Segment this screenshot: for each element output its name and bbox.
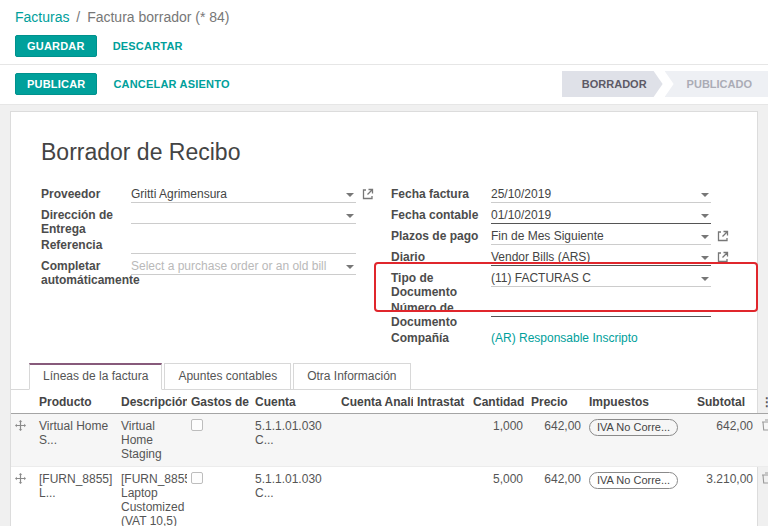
field-completar-automaticamente: Completar automáticamente Select a purch… [41, 257, 356, 287]
cell-description[interactable]: Virtual Home Staging [117, 414, 187, 467]
cell-taxes[interactable]: IVA No Corre... [585, 467, 693, 526]
chevron-down-icon[interactable] [701, 277, 709, 281]
compania-input[interactable]: (AR) Responsable Inscripto [491, 329, 711, 347]
field-direccion-entrega: Dirección de Entrega [41, 206, 356, 236]
numero-de-documento-label: Número de Documento [391, 299, 491, 329]
field-tipo-de-documento: Tipo de Documento (11) FACTURAS C [391, 269, 711, 299]
chevron-down-icon[interactable] [346, 193, 354, 197]
col-cuenta-analitica[interactable]: Cuenta Analí... [337, 390, 413, 414]
handle-column-header [11, 390, 35, 414]
chevron-down-icon[interactable] [701, 256, 709, 260]
content-area: Borrador de Recibo Proveedor Gritti Agri… [0, 105, 768, 526]
field-referencia: Referencia [41, 236, 356, 257]
external-link-icon[interactable] [362, 188, 374, 200]
field-column-left: Proveedor Gritti Agrimensura Dirección d… [41, 185, 356, 350]
trash-icon[interactable] [761, 419, 768, 434]
fecha-factura-value: 25/10/2019 [491, 187, 551, 201]
cell-account[interactable]: 5.1.1.01.030 C... [251, 467, 337, 526]
trash-icon[interactable] [761, 472, 768, 487]
plazos-de-pago-input[interactable]: Fin de Mes Siguiente [491, 227, 711, 245]
col-intrastat[interactable]: Intrastat [413, 390, 469, 414]
col-producto[interactable]: Producto [35, 390, 117, 414]
referencia-input[interactable] [131, 236, 356, 254]
cell-cuenta-analitica[interactable] [337, 414, 413, 467]
cell-price[interactable]: 642,00 [527, 414, 585, 467]
status-step-publicado[interactable]: PUBLICADO [665, 71, 768, 97]
cell-subtotal: 3.210,00 [693, 467, 757, 526]
cell-gastos[interactable] [187, 414, 251, 467]
breadcrumb-current: Factura borrador (* 84) [87, 9, 229, 25]
diario-value: Vendor Bills (ARS) [491, 250, 590, 264]
cell-account[interactable]: 5.1.1.01.030 C... [251, 414, 337, 467]
cell-gastos[interactable] [187, 467, 251, 526]
external-link-icon[interactable] [717, 230, 729, 242]
table-row[interactable]: Virtual Home S... Virtual Home Staging 5… [11, 414, 768, 467]
tax-tag[interactable]: IVA No Corre... [589, 472, 678, 489]
chevron-down-icon[interactable] [701, 193, 709, 197]
action-row: PUBLICAR CANCELAR ASIENTO BORRADOR PUBLI… [0, 65, 768, 105]
invoice-form-sheet: Borrador de Recibo Proveedor Gritti Agri… [10, 111, 758, 526]
cell-product[interactable]: [FURN_8855] L... [35, 467, 117, 526]
completar-automaticamente-input[interactable]: Select a purchase order or an old bill [131, 257, 356, 275]
table-header-row: Producto Descripción Gastos de en... Cue… [11, 390, 768, 414]
page-title: Borrador de Recibo [41, 139, 757, 166]
save-discard-row: GUARDAR DESCARTAR [0, 29, 768, 65]
chevron-down-icon[interactable] [346, 265, 354, 269]
fecha-factura-input[interactable]: 25/10/2019 [491, 185, 711, 203]
cell-intrastat[interactable] [413, 414, 469, 467]
checkbox-unchecked[interactable] [191, 472, 203, 484]
notebook-tabs: Líneas de la factura Apuntes contables O… [11, 363, 757, 390]
field-numero-de-documento: Número de Documento [391, 299, 711, 329]
cell-subtotal: 642,00 [693, 414, 757, 467]
proveedor-input[interactable]: Gritti Agrimensura [131, 185, 356, 203]
col-descripcion[interactable]: Descripción [117, 390, 187, 414]
cell-quantity[interactable]: 1,000 [469, 414, 527, 467]
field-plazos-de-pago: Plazos de pago Fin de Mes Siguiente [391, 227, 711, 248]
tipo-de-documento-input[interactable]: (11) FACTURAS C [491, 269, 711, 287]
cell-product[interactable]: Virtual Home S... [35, 414, 117, 467]
tax-tag[interactable]: IVA No Corre... [589, 419, 678, 436]
chevron-down-icon[interactable] [701, 214, 709, 218]
col-impuestos[interactable]: Impuestos [585, 390, 693, 414]
col-cuenta[interactable]: Cuenta [251, 390, 337, 414]
compania-value[interactable]: (AR) Responsable Inscripto [491, 331, 638, 345]
cell-description[interactable]: [FURN_8855] Laptop Customized (VAT 10,5) [117, 467, 187, 526]
fecha-factura-label: Fecha factura [391, 185, 491, 201]
external-link-icon[interactable] [717, 251, 729, 263]
table-row[interactable]: [FURN_8855] L... [FURN_8855] Laptop Cust… [11, 467, 768, 526]
breadcrumb-link-facturas[interactable]: Facturas [15, 9, 69, 25]
cell-intrastat[interactable] [413, 467, 469, 526]
drag-handle-icon[interactable] [15, 419, 26, 434]
chevron-down-icon[interactable] [701, 235, 709, 239]
discard-button[interactable]: DESCARTAR [113, 40, 183, 52]
col-cantidad[interactable]: Cantidad [469, 390, 527, 414]
kebab-menu-icon[interactable]: ⋮ [761, 395, 768, 409]
direccion-entrega-input[interactable] [131, 206, 356, 224]
chevron-down-icon[interactable] [346, 214, 354, 218]
numero-de-documento-input[interactable] [491, 299, 711, 317]
tab-otra-informacion[interactable]: Otra Información [293, 363, 410, 390]
checkbox-unchecked[interactable] [191, 419, 203, 431]
cell-cuenta-analitica[interactable] [337, 467, 413, 526]
drag-handle-icon[interactable] [15, 472, 26, 487]
cancel-entry-button[interactable]: CANCELAR ASIENTO [113, 78, 229, 90]
compania-label: Compañía [391, 329, 491, 345]
tab-apuntes-contables[interactable]: Apuntes contables [164, 363, 291, 390]
cell-taxes[interactable]: IVA No Corre... [585, 414, 693, 467]
plazos-de-pago-value: Fin de Mes Siguiente [491, 229, 604, 243]
col-subtotal[interactable]: Subtotal [693, 390, 757, 414]
fecha-contable-input[interactable]: 01/10/2019 [491, 206, 711, 224]
fecha-contable-label: Fecha contable [391, 206, 491, 222]
status-step-borrador[interactable]: BORRADOR [562, 71, 663, 97]
cell-quantity[interactable]: 5,000 [469, 467, 527, 526]
publish-button[interactable]: PUBLICAR [15, 73, 97, 95]
save-button[interactable]: GUARDAR [15, 35, 97, 57]
col-gastos[interactable]: Gastos de en... [187, 390, 251, 414]
tab-lineas-de-la-factura[interactable]: Líneas de la factura [29, 363, 162, 390]
field-column-right: Fecha factura 25/10/2019 Fecha contable … [391, 185, 711, 350]
field-compania: Compañía (AR) Responsable Inscripto [391, 329, 711, 350]
diario-input[interactable]: Vendor Bills (ARS) [491, 248, 711, 266]
optional-columns-toggle[interactable]: ⋮ [757, 390, 768, 414]
cell-price[interactable]: 642,00 [527, 467, 585, 526]
col-precio[interactable]: Precio [527, 390, 585, 414]
